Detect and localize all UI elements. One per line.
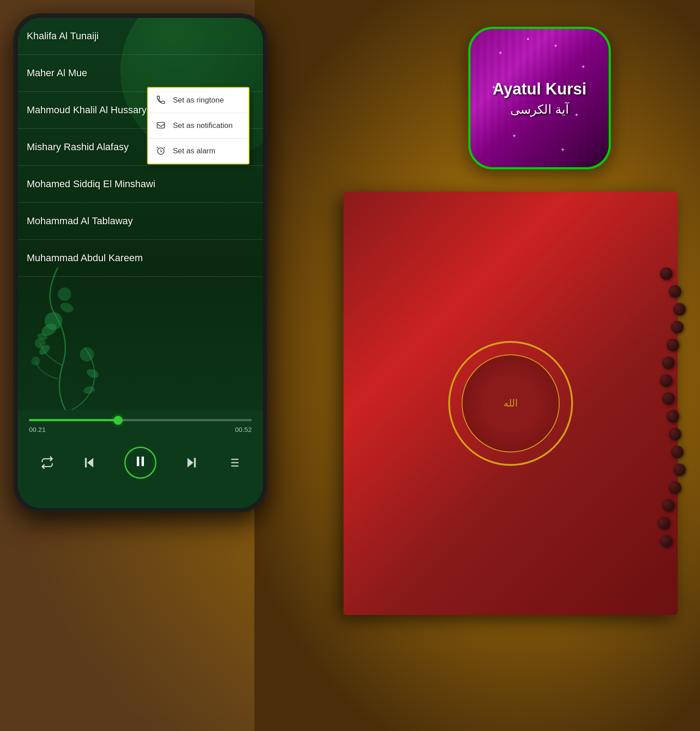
- svg-marker-13: [87, 458, 93, 467]
- notification-icon: [156, 120, 167, 131]
- list-item[interactable]: Muhammad Abdul Kareem: [18, 240, 263, 277]
- phone-device: Khalifa Al Tunaiji Maher Al Mue Mahmoud …: [13, 13, 267, 513]
- progress-fill: [29, 419, 118, 421]
- context-menu-notification[interactable]: Set as notification: [148, 113, 249, 139]
- repeat-button[interactable]: [41, 456, 54, 469]
- app-icon-title: Ayatul Kursi: [493, 79, 587, 99]
- pause-icon: [133, 454, 147, 472]
- svg-point-9: [86, 367, 100, 380]
- song-title-2: Maher Al Mue: [27, 67, 87, 79]
- ringtone-label: Set as ringtone: [173, 96, 224, 105]
- svg-point-8: [80, 347, 94, 361]
- svg-point-7: [31, 357, 40, 366]
- playlist-button[interactable]: [227, 456, 240, 469]
- svg-point-3: [59, 301, 74, 314]
- play-pause-button[interactable]: [124, 447, 156, 479]
- list-item[interactable]: Khalifa Al Tunaiji: [18, 18, 263, 55]
- svg-point-1: [58, 287, 71, 301]
- player-controls: [18, 442, 263, 488]
- notification-label: Set as notification: [173, 121, 233, 130]
- prev-button[interactable]: [82, 456, 96, 470]
- progress-area: 00.21 00.52: [18, 410, 263, 442]
- svg-rect-14: [85, 458, 87, 467]
- time-labels: 00.21 00.52: [29, 426, 252, 433]
- song-title-3: Mahmoud Khalil Al Hussary: [27, 104, 147, 116]
- song-title-4: Mishary Rashid Alafasy: [27, 141, 129, 153]
- quran-text: الله: [504, 398, 518, 409]
- context-menu-ringtone[interactable]: Set as ringtone: [148, 88, 249, 113]
- svg-point-10: [82, 385, 95, 395]
- next-button[interactable]: [184, 456, 199, 470]
- app-icon-arabic: آية الكرسى: [510, 102, 569, 117]
- song-title-7: Muhammad Abdul Kareem: [27, 252, 143, 264]
- time-total: 00.52: [235, 426, 252, 433]
- context-menu-alarm[interactable]: Set as alarm: [148, 139, 249, 164]
- svg-rect-15: [137, 456, 139, 466]
- song-title-1: Khalifa Al Tunaiji: [27, 30, 98, 42]
- tasbeeh-beads: [638, 267, 691, 579]
- phone-frame: Khalifa Al Tunaiji Maher Al Mue Mahmoud …: [13, 13, 267, 513]
- alarm-icon: [156, 146, 167, 156]
- progress-track[interactable]: [29, 419, 252, 421]
- svg-marker-17: [187, 458, 193, 467]
- quran-book: الله: [344, 192, 678, 615]
- list-item[interactable]: Mohamed Siddiq El Minshawi: [18, 166, 263, 203]
- svg-rect-18: [194, 458, 196, 467]
- phone-icon: [156, 95, 167, 106]
- player-section: 00.21 00.52: [18, 410, 263, 508]
- app-icon[interactable]: ✦ ✦ ✦ ✦ ✦ ✦ ✦ ✦ Ayatul Kursi آية الكرسى: [468, 27, 611, 169]
- list-item[interactable]: Maher Al Mue: [18, 55, 263, 92]
- song-title-5: Mohamed Siddiq El Minshawi: [27, 178, 156, 190]
- time-current: 00.21: [29, 426, 46, 433]
- svg-rect-16: [142, 456, 144, 466]
- app-screen: Khalifa Al Tunaiji Maher Al Mue Mahmoud …: [18, 18, 263, 508]
- song-title-6: Mohammad Al Tablaway: [27, 215, 133, 227]
- progress-thumb[interactable]: [114, 416, 123, 425]
- phone-screen-container: Khalifa Al Tunaiji Maher Al Mue Mahmoud …: [18, 18, 263, 508]
- list-item[interactable]: Mohammad Al Tablaway: [18, 203, 263, 240]
- context-menu: Set as ringtone Set as notification: [147, 87, 250, 164]
- alarm-label: Set as alarm: [173, 147, 215, 156]
